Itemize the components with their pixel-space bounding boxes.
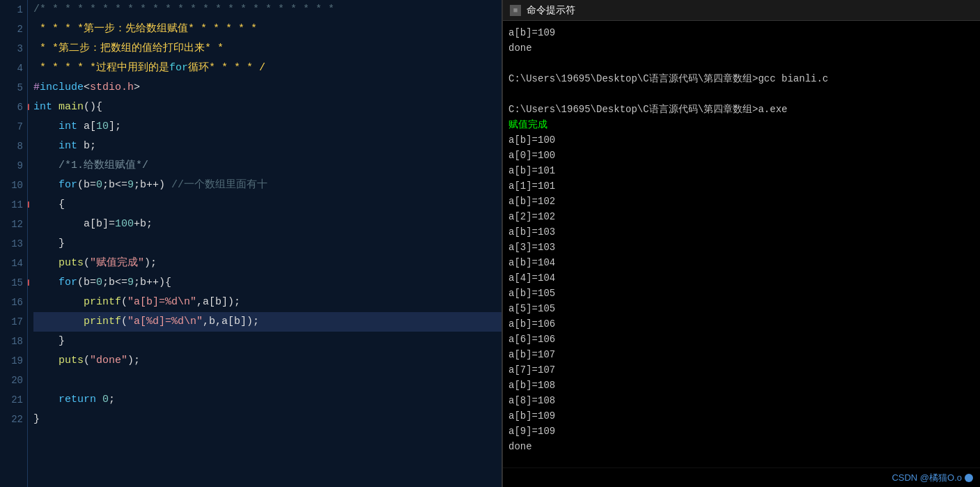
line-num-7: 7 xyxy=(17,117,23,137)
line-num-18: 18 xyxy=(11,332,23,351)
cmd-titlebar: ■ 命令提示符 xyxy=(503,0,980,21)
code-line-14: puts("赋值完成"); xyxy=(33,254,501,273)
line-numbers: 1 2 3 4 5 6 7 8 9 10 11 12 13 14 15 16 1… xyxy=(0,0,28,487)
blue-dot-icon xyxy=(965,474,973,482)
code-line-2: * * * *第一步：先给数组赋值* * * * * * xyxy=(33,20,501,39)
cmd-output-4 xyxy=(508,86,974,102)
code-line-13: } xyxy=(33,234,501,254)
cmd-footer: CSDN @橘猫O.o xyxy=(503,467,980,487)
cmd-window: ■ 命令提示符 a[b]=109 done C:\Users\19695\Des… xyxy=(501,0,980,487)
line-num-2: 2 xyxy=(17,20,23,39)
cmd-path-2: C:\Users\19695\Desktop\C语言源代码\第四章数组>a.ex… xyxy=(508,102,974,117)
code-line-6: ■ int main(){ xyxy=(33,98,501,117)
code-line-21: return 0; xyxy=(33,390,501,410)
code-line-15: ■ for(b=0;b<=9;b++){ xyxy=(33,273,501,293)
line-num-13: 13 xyxy=(11,234,23,254)
line-num-15: 15 xyxy=(11,273,23,293)
code-line-9: /*1.给数组赋值*/ xyxy=(33,156,501,176)
line-num-16: 16 xyxy=(11,293,23,312)
line-num-1: 1 xyxy=(17,0,23,20)
code-line-11: ■ { xyxy=(33,195,501,215)
cmd-output-26: done xyxy=(508,439,974,454)
line-num-6: 6 xyxy=(17,98,23,117)
line-num-3: 3 xyxy=(17,39,23,59)
code-line-5: #include<stdio.h> xyxy=(33,78,501,98)
code-line-12: a[b]=100+b; xyxy=(33,215,501,234)
line-num-14: 14 xyxy=(11,254,23,273)
cmd-output-10: a[b]=102 xyxy=(508,194,974,209)
cmd-output-13: a[3]=103 xyxy=(508,240,974,255)
cmd-output-16: a[b]=105 xyxy=(508,286,974,301)
cmd-output-18: a[b]=106 xyxy=(508,316,974,332)
code-line-8: int b; xyxy=(33,137,501,156)
cmd-output-7: a[0]=100 xyxy=(508,148,974,163)
cmd-output-17: a[5]=105 xyxy=(508,301,974,316)
code-line-16: printf("a[b]=%d\n",a[b]); xyxy=(33,293,501,312)
cmd-output-6: a[b]=100 xyxy=(508,132,974,148)
line-num-22: 22 xyxy=(11,410,23,429)
code-line-10: for(b=0;b<=9;b++) //一个数组里面有十 xyxy=(33,176,501,195)
line-num-21: 21 xyxy=(11,390,23,410)
watermark: CSDN @橘猫O.o xyxy=(892,472,962,484)
code-line-17: printf("a[%d]=%d\n",b,a[b]); xyxy=(33,312,501,332)
breakpoint-15: ■ xyxy=(28,273,30,293)
line-num-8: 8 xyxy=(17,137,23,156)
code-line-7: int a[10]; xyxy=(33,117,501,137)
cmd-output-24: a[b]=109 xyxy=(508,408,974,424)
line-num-17: 17 xyxy=(11,312,23,332)
line-num-20: 20 xyxy=(11,371,23,390)
code-line-4: * * * * *过程中用到的是for循环* * * * / xyxy=(33,59,501,78)
cmd-output-20: a[b]=107 xyxy=(508,347,974,362)
cmd-output-2: done xyxy=(508,40,974,56)
cmd-output-15: a[4]=104 xyxy=(508,270,974,286)
cmd-output-14: a[b]=104 xyxy=(508,255,974,270)
breakpoint-6: ■ xyxy=(28,98,30,117)
line-num-19: 19 xyxy=(11,351,23,371)
code-line-3: * *第二步：把数组的值给打印出来* * xyxy=(33,39,501,59)
cmd-output-27 xyxy=(508,454,974,467)
cmd-output-8: a[b]=101 xyxy=(508,163,974,178)
cmd-output-23: a[8]=108 xyxy=(508,393,974,408)
cmd-body[interactable]: a[b]=109 done C:\Users\19695\Desktop\C语言… xyxy=(503,21,980,467)
line-num-4: 4 xyxy=(17,59,23,78)
cmd-output-25: a[9]=109 xyxy=(508,424,974,439)
cmd-output-5: 赋值完成 xyxy=(508,117,974,132)
code-editor: 1 2 3 4 5 6 7 8 9 10 11 12 13 14 15 16 1… xyxy=(0,0,501,487)
code-line-18: } xyxy=(33,332,501,351)
code-line-1: /* * * * * * * * * * * * * * * * * * * *… xyxy=(33,0,501,20)
code-line-22: } xyxy=(33,410,501,429)
code-line-19: puts("done"); xyxy=(33,351,501,371)
cmd-output-22: a[b]=108 xyxy=(508,378,974,393)
line-num-12: 12 xyxy=(11,215,23,234)
line-num-11: 11 xyxy=(11,195,23,215)
cmd-path-1: C:\Users\19695\Desktop\C语言源代码\第四章数组>gcc … xyxy=(508,71,974,86)
breakpoint-11: ■ xyxy=(28,195,30,215)
code-content[interactable]: /* * * * * * * * * * * * * * * * * * * *… xyxy=(28,0,501,487)
line-num-10: 10 xyxy=(11,176,23,195)
line-num-5: 5 xyxy=(17,78,23,98)
cmd-output-1: a[b]=109 xyxy=(508,25,974,40)
cmd-output-3 xyxy=(508,56,974,71)
cmd-output-21: a[7]=107 xyxy=(508,362,974,378)
code-line-20 xyxy=(33,371,501,390)
cmd-output-9: a[1]=101 xyxy=(508,178,974,194)
cmd-output-12: a[b]=103 xyxy=(508,224,974,240)
line-num-9: 9 xyxy=(17,156,23,176)
cmd-title: 命令提示符 xyxy=(527,4,575,17)
cmd-output-11: a[2]=102 xyxy=(508,209,974,224)
cmd-icon: ■ xyxy=(510,5,521,16)
cmd-output-19: a[6]=106 xyxy=(508,332,974,347)
